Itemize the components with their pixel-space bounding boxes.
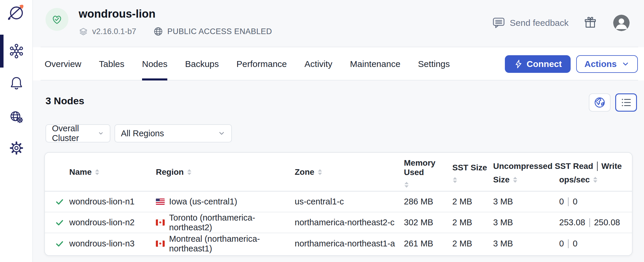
globe-icon [153, 26, 163, 36]
column-header-zone[interactable]: Zone [295, 167, 404, 177]
column-group-uncompressed-sst: Uncompressed SST Read Write Size ops/sec [493, 153, 632, 192]
node-region: Iowa (us-central1) [156, 197, 295, 206]
layers-icon [79, 27, 88, 36]
header-actions: Send feedback [492, 15, 630, 31]
chevron-down-icon [621, 60, 630, 68]
sort-icon[interactable] [95, 169, 99, 175]
node-name: wondrous-lion-n2 [69, 218, 156, 227]
nodes-count-title: 3 Nodes [45, 95, 84, 107]
sidebar [0, 0, 33, 262]
gift-button[interactable] [584, 16, 597, 29]
pipe-divider [568, 197, 569, 206]
node-uncompressed-size: 3 MB [493, 218, 559, 227]
map-view-button[interactable] [589, 93, 611, 112]
node-zone: northamerica-northeast2-c [295, 218, 404, 227]
sidebar-item-clusters[interactable] [0, 43, 33, 59]
column-header-memory-used[interactable]: Memory Used [404, 153, 452, 192]
cluster-header: wondrous-lion v2.16.0.1-b7 [33, 0, 644, 47]
node-memory-used: 302 MB [404, 218, 452, 227]
tab-performance[interactable]: Performance [237, 47, 287, 80]
version-label: v2.16.0.1-b7 [92, 27, 136, 36]
tab-backups[interactable]: Backups [185, 47, 219, 80]
region-filter-select[interactable]: All Regions [114, 124, 232, 142]
nodes-table-card: Name Region Zone Memory Used SST Size [44, 152, 633, 256]
column-header-sst-size[interactable]: SST Size [452, 153, 493, 192]
gift-icon [584, 16, 597, 29]
table-row[interactable]: wondrous-lion-n2 Toronto (northamerica-n… [45, 212, 632, 233]
public-access-label: PUBLIC ACCESS ENABLED [167, 27, 272, 36]
node-zone: northamerica-northeast1-a [295, 239, 404, 248]
node-status-icon [55, 218, 69, 227]
connect-label: Connect [527, 59, 562, 69]
sidebar-item-settings[interactable] [0, 140, 33, 156]
node-memory-used: 286 MB [404, 197, 452, 206]
node-filters: Overall Cluster All Regions [45, 124, 232, 142]
node-read-write-ops: 253.08 250.08 [559, 218, 632, 227]
node-status-icon [55, 239, 69, 248]
pipe-divider [589, 218, 590, 227]
column-header-region[interactable]: Region [156, 167, 295, 177]
tab-action-buttons: Connect Actions [505, 47, 638, 80]
node-uncompressed-size: 3 MB [493, 197, 559, 206]
sort-icon[interactable] [513, 177, 517, 183]
list-view-button[interactable] [615, 93, 637, 112]
send-feedback-label: Send feedback [510, 18, 569, 28]
sort-icon[interactable] [453, 177, 457, 183]
heart-check-icon [51, 13, 63, 26]
user-avatar-icon [613, 15, 630, 31]
view-toggles [589, 93, 637, 112]
lightning-bolt-icon [514, 59, 523, 69]
sort-icon[interactable] [187, 169, 191, 175]
cluster-scope-select[interactable]: Overall Cluster [45, 124, 110, 142]
chevron-down-icon [218, 130, 225, 137]
sort-icon[interactable] [404, 182, 409, 188]
us-flag-icon [156, 199, 165, 205]
connect-button[interactable]: Connect [505, 55, 571, 73]
cluster-scope-value: Overall Cluster [52, 124, 98, 143]
node-name: wondrous-lion-n1 [69, 197, 156, 206]
feedback-icon [492, 17, 505, 29]
page-title: wondrous-lion [79, 8, 156, 20]
tab-overview[interactable]: Overview [45, 47, 81, 80]
node-sst-size: 2 MB [452, 197, 493, 206]
node-status-icon [55, 197, 69, 206]
app-logo-icon[interactable] [0, 3, 33, 23]
node-memory-used: 261 MB [404, 239, 452, 248]
node-uncompressed-size: 3 MB [493, 239, 559, 248]
cluster-hub-icon [8, 43, 25, 59]
cluster-meta: v2.16.0.1-b7 PUBLIC ACCESS ENABLED [79, 26, 272, 36]
group-header-label: Uncompressed SST Read Write [493, 162, 632, 171]
node-name: wondrous-lion-n3 [69, 239, 156, 248]
table-row[interactable]: wondrous-lion-n1 Iowa (us-central1) us-c… [45, 192, 632, 212]
tab-activity[interactable]: Activity [304, 47, 332, 80]
send-feedback-button[interactable]: Send feedback [492, 17, 569, 29]
actions-button[interactable]: Actions [576, 55, 638, 73]
tab-settings[interactable]: Settings [418, 47, 450, 80]
actions-label: Actions [584, 59, 617, 69]
node-read-write-ops: 0 0 [559, 197, 632, 206]
list-view-icon [620, 96, 632, 109]
column-header-name[interactable]: Name [69, 167, 156, 177]
green-check-icon [55, 239, 64, 248]
sidebar-item-alerts[interactable] [0, 75, 33, 90]
tab-maintenance[interactable]: Maintenance [350, 47, 400, 80]
tab-nodes[interactable]: Nodes [142, 47, 168, 80]
green-check-icon [55, 218, 64, 227]
table-row[interactable]: wondrous-lion-n3 Montreal (northamerica-… [45, 233, 632, 254]
sidebar-item-network[interactable] [0, 109, 33, 125]
access-meta: PUBLIC ACCESS ENABLED [153, 26, 272, 36]
node-sst-size: 2 MB [452, 218, 493, 227]
column-header-size[interactable]: Size [493, 175, 559, 184]
column-header-ops-sec[interactable]: ops/sec [559, 175, 632, 184]
sort-icon[interactable] [593, 177, 597, 183]
avatar[interactable] [613, 15, 630, 31]
version-meta: v2.16.0.1-b7 [79, 27, 136, 36]
tab-tables[interactable]: Tables [99, 47, 124, 80]
map-view-globe-icon [594, 96, 606, 109]
green-check-icon [55, 197, 64, 206]
pipe-divider [597, 162, 598, 171]
cluster-tabbar: Overview Tables Nodes Backups Performanc… [33, 47, 644, 80]
sort-icon[interactable] [318, 169, 322, 175]
chevron-down-icon [98, 130, 104, 137]
node-sst-size: 2 MB [452, 239, 493, 248]
